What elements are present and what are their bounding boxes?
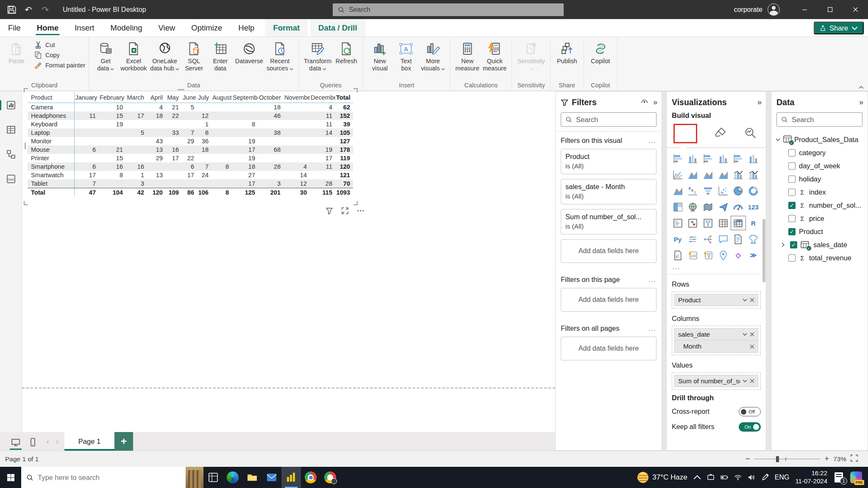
matrix-cell[interactable] xyxy=(284,154,310,162)
matrix-column-header[interactable]: February xyxy=(99,92,126,103)
menu-tab-file[interactable]: File xyxy=(0,19,29,36)
matrix-total-row[interactable]: Total4710442120109861068125201301151093 xyxy=(28,188,353,197)
more-options-icon[interactable]: ... xyxy=(648,137,657,144)
matrix-cell[interactable]: 68 xyxy=(258,145,284,154)
matrix-cell[interactable]: 18 xyxy=(197,145,211,154)
matrix-cell[interactable]: 27 xyxy=(232,171,258,179)
matrix-cell[interactable]: 24 xyxy=(197,171,211,179)
matrix-cell[interactable]: 21 xyxy=(99,145,126,154)
metrics-icon[interactable] xyxy=(746,233,760,245)
collapse-pane-icon[interactable]: » xyxy=(859,98,862,107)
menu-tab-home[interactable]: Home xyxy=(29,19,67,36)
100-stacked-bar-chart-icon[interactable] xyxy=(732,152,745,165)
menu-tab-format[interactable]: Format xyxy=(265,19,308,36)
matrix-cell[interactable]: 7 xyxy=(74,179,99,188)
matrix-cell[interactable]: 30 xyxy=(284,188,310,197)
more-options-icon[interactable]: ... xyxy=(648,276,657,283)
matrix-cell[interactable]: Printer xyxy=(28,154,74,162)
taskbar-search[interactable] xyxy=(21,467,186,488)
matrix-row[interactable]: Headphones1115171822124611152 xyxy=(28,112,353,120)
matrix-cell[interactable] xyxy=(166,120,182,128)
matrix-column-header[interactable]: December xyxy=(310,92,335,103)
matrix-cell[interactable]: 1 xyxy=(197,120,211,128)
taskbar-search-input[interactable] xyxy=(38,474,181,482)
matrix-column-header[interactable]: May xyxy=(166,92,182,103)
field-pill[interactable]: Month xyxy=(674,340,758,353)
matrix-cell[interactable]: 11 xyxy=(310,162,335,171)
save-icon[interactable] xyxy=(7,5,16,14)
matrix-cell[interactable]: 18 xyxy=(258,103,284,112)
matrix-cell[interactable]: 6 xyxy=(182,162,197,171)
text-box-button[interactable]: ATextbox xyxy=(393,39,419,73)
matrix-cell[interactable]: 39 xyxy=(335,120,353,128)
field-row[interactable]: holiday xyxy=(776,173,865,186)
matrix-cell[interactable]: 125 xyxy=(232,188,258,197)
matrix-cell[interactable]: 178 xyxy=(335,145,353,154)
matrix-cell[interactable] xyxy=(211,112,232,120)
build-visual-tab[interactable] xyxy=(673,124,697,143)
filter-card[interactable]: Productis (All) xyxy=(561,149,657,174)
matrix-cell[interactable]: 119 xyxy=(335,154,353,162)
close-button[interactable] xyxy=(843,0,868,19)
matrix-cell[interactable]: 1 xyxy=(126,171,147,179)
account-avatar[interactable] xyxy=(768,3,780,16)
matrix-cell[interactable]: 120 xyxy=(335,162,353,171)
publish-button[interactable]: Publish xyxy=(554,39,580,66)
data-search[interactable] xyxy=(776,112,862,127)
matrix-cell[interactable] xyxy=(166,137,182,145)
battery-icon[interactable] xyxy=(721,474,728,481)
get-data-button[interactable]: Getdata xyxy=(92,39,119,73)
matrix-cell[interactable]: 17 xyxy=(182,171,197,179)
matrix-cell[interactable]: 19 xyxy=(232,154,258,162)
matrix-cell[interactable]: 46 xyxy=(258,112,284,120)
sql-server-button[interactable]: SQLServer xyxy=(181,39,207,73)
focus-mode-icon[interactable] xyxy=(341,206,349,215)
report-view-icon[interactable] xyxy=(4,98,18,112)
matrix-cell[interactable]: 47 xyxy=(74,188,99,197)
donut-chart-icon[interactable] xyxy=(746,184,760,197)
table-node[interactable]: ✓Product_Sales_Data xyxy=(776,133,865,146)
resize-handle[interactable] xyxy=(353,88,358,92)
field-checkbox[interactable] xyxy=(788,149,796,156)
matrix-cell[interactable]: 8 xyxy=(232,120,258,128)
matrix-cell[interactable] xyxy=(74,120,99,128)
matrix-cell[interactable]: 43 xyxy=(147,137,166,145)
matrix-cell[interactable]: 17 xyxy=(166,154,182,162)
taskbar-app-screen-recorder[interactable] xyxy=(320,467,340,488)
matrix-cell[interactable]: 8 xyxy=(99,171,126,179)
matrix-cell[interactable] xyxy=(182,179,197,188)
matrix-row[interactable]: Printer152917221917119 xyxy=(28,154,353,162)
matrix-cell[interactable]: Smartwatch xyxy=(28,171,74,179)
matrix-cell[interactable] xyxy=(147,179,166,188)
menu-tab-view[interactable]: View xyxy=(150,19,184,36)
matrix-cell[interactable]: 11 xyxy=(310,120,335,128)
hidden-icons-chevron[interactable] xyxy=(693,474,701,481)
matrix-column-header[interactable]: April xyxy=(147,92,166,103)
keep-all-filters-toggle[interactable]: On xyxy=(739,422,761,432)
eye-icon[interactable] xyxy=(641,98,648,107)
stacked-column-chart-icon[interactable] xyxy=(686,152,700,165)
menu-tab-optimize[interactable]: Optimize xyxy=(183,19,230,36)
matrix-column-header[interactable]: July xyxy=(197,92,211,103)
matrix-icon[interactable] xyxy=(732,217,745,229)
matrix-column-header[interactable]: September xyxy=(232,92,258,103)
matrix-cell[interactable]: 16 xyxy=(166,145,182,154)
treemap-icon[interactable] xyxy=(671,201,684,213)
field-row[interactable]: ✓Σnumber_of_sol... xyxy=(776,199,865,212)
ribbon-chart-icon[interactable] xyxy=(671,184,684,197)
matrix-row[interactable]: Camera10421518462 xyxy=(28,103,353,112)
matrix-cell[interactable] xyxy=(147,162,166,171)
matrix-cell[interactable] xyxy=(211,103,232,112)
stacked-bar-chart-icon[interactable] xyxy=(671,152,684,165)
smart-narrative-icon[interactable] xyxy=(732,233,745,245)
r-script-visual-icon[interactable]: R xyxy=(746,217,760,229)
matrix-cell[interactable]: 13 xyxy=(147,145,166,154)
field-row[interactable]: Σindex xyxy=(776,186,865,199)
pie-chart-icon[interactable] xyxy=(732,184,745,197)
matrix-cell[interactable] xyxy=(232,128,258,137)
more-options-icon[interactable] xyxy=(356,206,365,215)
matrix-cell[interactable]: 62 xyxy=(335,103,353,112)
matrix-cell[interactable]: 17 xyxy=(232,179,258,188)
format-visual-tab[interactable] xyxy=(714,126,727,141)
dax-query-view-icon[interactable]: DAX xyxy=(4,172,18,186)
